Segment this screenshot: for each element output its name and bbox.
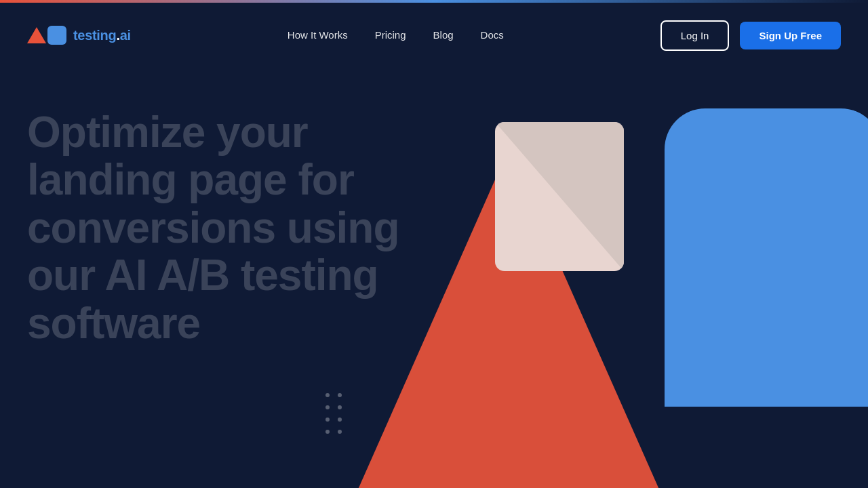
dot xyxy=(338,405,342,409)
login-button[interactable]: Log In xyxy=(660,20,730,51)
dot xyxy=(326,430,330,434)
hero-text: Optimize your landing page for conversio… xyxy=(27,108,399,347)
nav-docs[interactable]: Docs xyxy=(481,29,504,41)
logo[interactable]: testing.ai xyxy=(27,26,131,45)
hero-card-decoration xyxy=(495,122,624,271)
logo-triangle-icon xyxy=(27,27,46,43)
logo-text: testing.ai xyxy=(73,28,131,43)
navbar: testing.ai How It Works Pricing Blog Doc… xyxy=(0,3,868,68)
dot xyxy=(326,405,330,409)
nav-how-it-works[interactable]: How It Works xyxy=(288,29,348,41)
logo-square-icon xyxy=(47,26,66,45)
dot xyxy=(338,430,342,434)
card-diagonal xyxy=(495,122,624,271)
signup-button[interactable]: Sign Up Free xyxy=(740,22,841,49)
nav-buttons: Log In Sign Up Free xyxy=(660,20,841,51)
nav-pricing[interactable]: Pricing xyxy=(375,29,406,41)
dot xyxy=(338,393,342,397)
hero-title: Optimize your landing page for conversio… xyxy=(27,108,399,347)
nav-blog[interactable]: Blog xyxy=(433,29,454,41)
hero-section: Optimize your landing page for conversio… xyxy=(0,68,868,488)
dot xyxy=(326,393,330,397)
logo-icon xyxy=(27,26,66,45)
dot xyxy=(326,418,330,422)
dot xyxy=(338,418,342,422)
decorative-dots xyxy=(326,393,342,434)
hero-blue-decoration xyxy=(665,108,868,407)
nav-links: How It Works Pricing Blog Docs xyxy=(288,29,504,41)
